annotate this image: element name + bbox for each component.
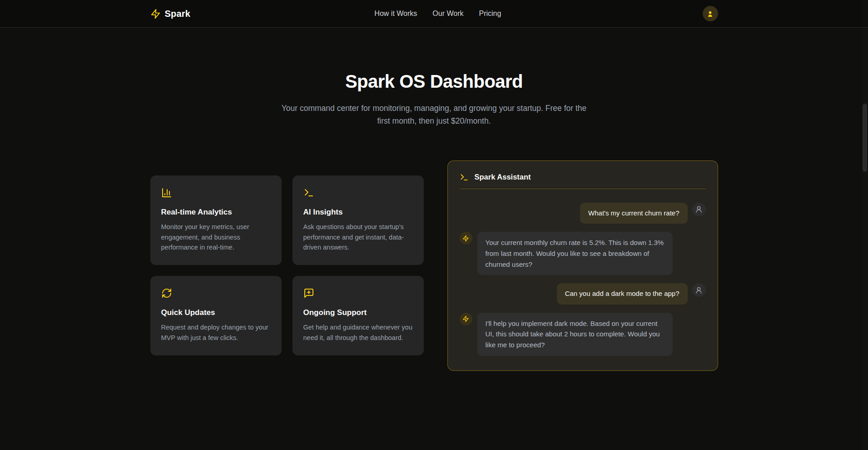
nav-link-how-it-works[interactable]: How it Works (374, 10, 417, 18)
feature-title: Quick Updates (161, 308, 271, 317)
feature-description: Ask questions about your startup's perfo… (303, 222, 413, 252)
feature-description: Request and deploy changes to your MVP w… (161, 322, 271, 343)
content-row: Real-time Analytics Monitor your key met… (150, 160, 718, 371)
terminal-icon (460, 173, 469, 182)
nav-inner: Spark How it Works Our Work Pricing (150, 0, 718, 27)
assistant-panel-title: Spark Assistant (475, 173, 531, 181)
refresh-icon (161, 288, 271, 300)
brand-name: Spark (165, 9, 191, 19)
chat-messages: What's my current churn rate? Your curre… (460, 203, 706, 356)
nav-link-pricing[interactable]: Pricing (479, 10, 501, 18)
assistant-message-bubble: Your current monthly churn rate is 5.2%.… (477, 232, 673, 275)
scrollbar-thumb[interactable] (863, 104, 867, 172)
bar-chart-icon (161, 187, 271, 200)
zap-icon (460, 232, 472, 245)
account-avatar-button[interactable] (703, 6, 718, 21)
feature-description: Get help and guidance whenever you need … (303, 322, 413, 343)
brand-logo[interactable]: Spark (150, 9, 191, 19)
features-grid: Real-time Analytics Monitor your key met… (150, 175, 424, 355)
top-nav: Spark How it Works Our Work Pricing (0, 0, 868, 28)
nav-links: How it Works Our Work Pricing (374, 10, 501, 18)
feature-title: Ongoing Support (303, 308, 413, 317)
page-scrollbar[interactable] (862, 0, 868, 450)
feature-card-ai-insights: AI Insights Ask questions about your sta… (293, 175, 424, 265)
spark-assistant-panel: Spark Assistant What's my current churn … (447, 160, 718, 371)
page-subtitle: Your command center for monitoring, mana… (278, 102, 591, 128)
feature-card-quick-updates: Quick Updates Request and deploy changes… (150, 276, 282, 355)
page-title: Spark OS Dashboard (0, 71, 868, 92)
assistant-message-bubble: I'll help you implement dark mode. Based… (477, 313, 673, 356)
user-round-icon (692, 283, 706, 297)
feature-title: Real-time Analytics (161, 208, 271, 217)
main-content: Spark OS Dashboard Your command center f… (0, 71, 868, 371)
message-square-plus-icon (303, 288, 413, 300)
chat-message-user: What's my current churn rate? (460, 203, 706, 224)
terminal-icon (303, 187, 413, 200)
user-message-bubble: What's my current churn rate? (580, 203, 687, 224)
feature-title: AI Insights (303, 208, 413, 217)
chat-message-assistant: Your current monthly churn rate is 5.2%.… (460, 232, 706, 275)
feature-card-realtime-analytics: Real-time Analytics Monitor your key met… (150, 175, 282, 265)
chat-message-assistant: I'll help you implement dark mode. Based… (460, 313, 706, 356)
zap-icon (460, 313, 472, 325)
user-round-icon (692, 203, 706, 216)
chat-message-user: Can you add a dark mode to the app? (460, 283, 706, 305)
user-message-bubble: Can you add a dark mode to the app? (557, 283, 688, 305)
page: Spark How it Works Our Work Pricing Spar… (0, 0, 868, 371)
feature-description: Monitor your key metrics, user engagemen… (161, 222, 271, 252)
nav-link-our-work[interactable]: Our Work (432, 10, 463, 18)
user-icon (706, 10, 714, 18)
zap-icon (150, 9, 161, 19)
feature-card-ongoing-support: Ongoing Support Get help and guidance wh… (293, 276, 424, 355)
assistant-panel-header: Spark Assistant (460, 173, 706, 189)
